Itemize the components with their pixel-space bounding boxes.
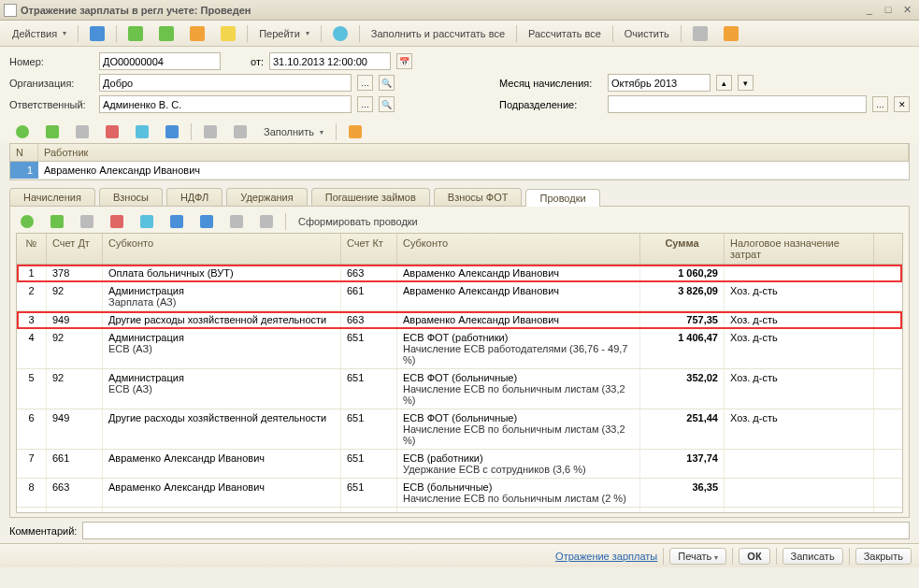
date-field[interactable] bbox=[269, 52, 391, 70]
comment-field[interactable] bbox=[82, 522, 910, 539]
footer: Отражение зарплаты Печать ОК Записать За… bbox=[0, 543, 919, 567]
calc-all-button[interactable]: Рассчитать все bbox=[522, 25, 608, 42]
refresh-post-icon[interactable] bbox=[134, 212, 160, 231]
posting-row[interactable]: 292АдминистрацияЗарплата (АЗ)661Авраменк… bbox=[17, 282, 902, 311]
dept-clear-icon[interactable]: ✕ bbox=[894, 96, 910, 112]
month-label: Месяц начисления: bbox=[499, 78, 602, 89]
worker-row[interactable]: 1 Авраменко Александр Иванович bbox=[10, 162, 909, 179]
month-field[interactable] bbox=[608, 74, 711, 92]
sort-asc-icon[interactable] bbox=[197, 122, 223, 141]
posting-row[interactable]: 3949Другие расходы хозяйственной деятель… bbox=[17, 311, 902, 329]
help-icon[interactable] bbox=[326, 23, 354, 44]
clear-button[interactable]: Очистить bbox=[618, 25, 676, 42]
number-label: Номер: bbox=[9, 56, 93, 67]
posting-row[interactable]: 9661Авраменко Александр Иванович6411820,… bbox=[17, 508, 902, 513]
titlebar: Отражение зарплаты в регл учете: Проведе… bbox=[0, 0, 919, 21]
calendar-icon[interactable]: 📅 bbox=[396, 53, 412, 69]
grid1-toolbar: Заполнить bbox=[0, 121, 919, 143]
print-button[interactable]: Печать bbox=[669, 548, 726, 565]
delete-row-icon[interactable] bbox=[99, 122, 125, 141]
posting-row[interactable]: 6949Другие расходы хозяйственной деятель… bbox=[17, 409, 902, 450]
movements-icon[interactable] bbox=[183, 23, 211, 44]
from-label: от: bbox=[226, 56, 264, 67]
save-button[interactable]: Записать bbox=[783, 548, 843, 565]
fill-menu[interactable]: Заполнить bbox=[257, 123, 330, 140]
copy-row-icon[interactable] bbox=[39, 122, 65, 141]
goto-menu[interactable]: Перейти bbox=[252, 25, 316, 42]
delete-post-icon[interactable] bbox=[104, 212, 130, 231]
posting-row[interactable]: 8663Авраменко Александр Иванович651ЕСВ (… bbox=[17, 479, 902, 508]
ok-button[interactable]: ОК bbox=[739, 548, 769, 565]
move-up-icon[interactable] bbox=[164, 212, 190, 231]
dept-field[interactable] bbox=[608, 95, 867, 113]
unpost-icon[interactable] bbox=[152, 23, 180, 44]
sort-a-icon[interactable] bbox=[223, 212, 250, 231]
window-title: Отражение зарплаты в регл учете: Проведе… bbox=[21, 5, 251, 16]
actions-menu[interactable]: Действия bbox=[6, 25, 73, 42]
refresh-icon[interactable] bbox=[129, 122, 155, 141]
posting-row[interactable]: 7661Авраменко Александр Иванович651ЕСВ (… bbox=[17, 450, 902, 479]
col-sum[interactable]: Сумма bbox=[640, 234, 725, 264]
tab-0[interactable]: Начисления bbox=[9, 188, 95, 206]
app-icon bbox=[4, 4, 17, 17]
posting-row[interactable]: 492АдминистрацияЕСВ (АЗ)651ЕСВ ФОТ (рабо… bbox=[17, 329, 902, 369]
form-area: Номер: от: 📅 Организация: … 🔍 Месяц начи… bbox=[0, 47, 919, 121]
form-postings-button[interactable]: Сформировать проводки bbox=[292, 213, 424, 230]
workers-grid: N Работник 1 Авраменко Александр Иванови… bbox=[9, 143, 910, 180]
save-grid-icon[interactable] bbox=[159, 122, 185, 141]
dept-select-icon[interactable]: … bbox=[872, 96, 888, 112]
list-icon[interactable] bbox=[717, 23, 745, 44]
resp-label: Ответственный: bbox=[9, 99, 93, 110]
save-icon[interactable] bbox=[83, 23, 111, 44]
reflect-link[interactable]: Отражение зарплаты bbox=[555, 551, 657, 562]
dept-label: Подразделение: bbox=[499, 99, 602, 110]
org-field[interactable] bbox=[99, 74, 352, 92]
structure-icon[interactable] bbox=[214, 23, 242, 44]
col-n[interactable]: N bbox=[10, 144, 38, 161]
tab-2[interactable]: НДФЛ bbox=[166, 188, 223, 206]
settings-icon[interactable] bbox=[686, 23, 714, 44]
tabs: НачисленияВзносыНДФЛУдержанияПогашение з… bbox=[9, 188, 910, 206]
resp-select-icon[interactable]: … bbox=[357, 96, 373, 112]
fill-calc-button[interactable]: Заполнить и рассчитать все bbox=[365, 25, 511, 42]
move-down-icon[interactable] bbox=[194, 212, 220, 231]
sort-desc-icon[interactable] bbox=[227, 122, 253, 141]
col-worker[interactable]: Работник bbox=[38, 144, 909, 161]
edit-row-icon[interactable] bbox=[69, 122, 95, 141]
org-select-icon[interactable]: … bbox=[357, 75, 373, 91]
edit-post-icon[interactable] bbox=[74, 212, 100, 231]
minimize-icon[interactable]: _ bbox=[861, 4, 878, 17]
tab-1[interactable]: Взносы bbox=[99, 188, 163, 206]
col-tax[interactable]: Налоговое назначение затрат bbox=[725, 234, 874, 264]
tab-3[interactable]: Удержания bbox=[226, 188, 307, 206]
close-icon[interactable]: ✕ bbox=[898, 4, 915, 17]
org-open-icon[interactable]: 🔍 bbox=[379, 75, 395, 91]
posting-row[interactable]: 1378Оплата больничных (ВУТ)663Авраменко … bbox=[17, 265, 902, 282]
col-subk1[interactable]: Субконто bbox=[103, 234, 341, 264]
comment-label: Комментарий: bbox=[9, 525, 77, 537]
month-down-icon[interactable]: ▾ bbox=[738, 75, 754, 91]
number-field[interactable] bbox=[99, 52, 221, 70]
copy-post-icon[interactable] bbox=[44, 212, 70, 231]
col-num[interactable]: № bbox=[17, 234, 47, 264]
resp-field[interactable] bbox=[99, 95, 352, 113]
main-toolbar: Действия Перейти Заполнить и рассчитать … bbox=[0, 21, 919, 47]
postings-grid: № Счет Дт Субконто Счет Кт Субконто Сумм… bbox=[16, 233, 903, 513]
tab-body-postings: Сформировать проводки № Счет Дт Субконто… bbox=[9, 206, 910, 518]
sort-d-icon[interactable] bbox=[253, 212, 280, 231]
resp-open-icon[interactable]: 🔍 bbox=[379, 96, 395, 112]
col-subk2[interactable]: Субконто bbox=[397, 234, 640, 264]
add-row-icon[interactable] bbox=[9, 122, 36, 141]
person-icon[interactable] bbox=[342, 122, 368, 141]
tab-6[interactable]: Проводки bbox=[525, 189, 599, 207]
tab-4[interactable]: Погашение займов bbox=[311, 188, 430, 206]
posting-row[interactable]: 592АдминистрацияЕСВ (АЗ)651ЕСВ ФОТ (боль… bbox=[17, 369, 902, 409]
col-kt[interactable]: Счет Кт bbox=[341, 234, 397, 264]
add-post-icon[interactable] bbox=[14, 212, 40, 231]
tab-5[interactable]: Взносы ФОТ bbox=[434, 188, 523, 206]
col-dt[interactable]: Счет Дт bbox=[47, 234, 103, 264]
month-up-icon[interactable]: ▴ bbox=[716, 75, 732, 91]
post-icon[interactable] bbox=[122, 23, 150, 44]
close-button[interactable]: Закрыть bbox=[855, 548, 912, 565]
maximize-icon[interactable]: □ bbox=[880, 4, 897, 17]
